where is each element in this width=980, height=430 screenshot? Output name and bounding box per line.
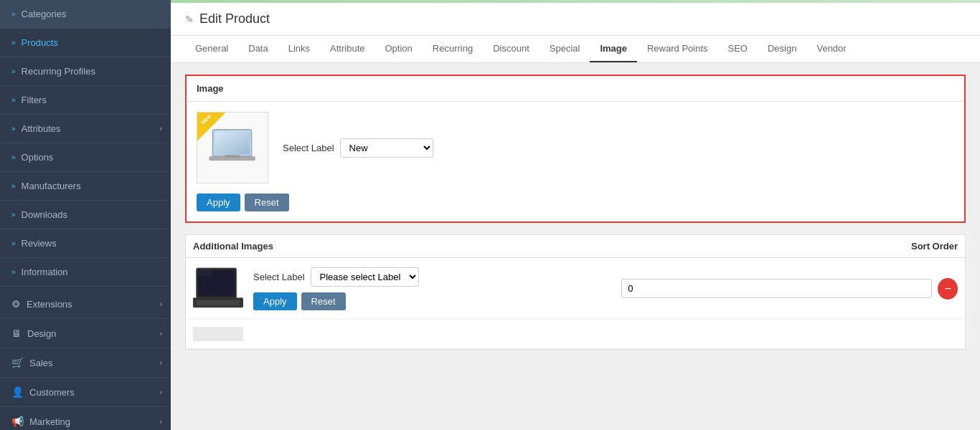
arrow-icon: » [11,125,16,133]
sidebar-item-customers[interactable]: 👤 Customers › [0,378,171,407]
main-product-image[interactable]: New [197,112,268,183]
additional-apply-button[interactable]: Apply [253,292,297,310]
page-header: ✎ Edit Product [171,3,980,36]
sidebar: » Categories » Products » Recurring Prof… [0,0,171,430]
tab-image[interactable]: Image [590,36,637,62]
chevron-right-icon: › [160,125,162,133]
tab-seo[interactable]: SEO [718,36,758,62]
arrow-icon: » [11,153,16,161]
sort-order-input-row: − [621,278,958,300]
sort-order-cell: − [614,258,965,320]
additional-label-select[interactable]: Please select Label New Hot Sale [311,267,419,287]
main-button-row: Apply Reset [197,194,954,211]
sidebar-item-design[interactable]: 🖥 Design › [0,319,171,348]
sidebar-item-label: Design [27,328,56,339]
sidebar-item-recurring-profiles[interactable]: » Recurring Profiles [0,57,171,86]
sidebar-item-label: Categories [22,9,67,19]
sidebar-item-label: Extensions [27,299,72,310]
additional-images-header: Additional Images [186,235,614,258]
sidebar-item-label: Manufacturers [22,181,81,191]
additional-image-cell-2 [186,320,614,349]
arrow-icon: » [11,268,16,276]
sidebar-item-products[interactable]: » Products [0,29,171,57]
delete-row-button[interactable]: − [938,278,958,300]
arrow-icon: » [11,39,16,47]
sidebar-item-label: Customers [29,387,75,398]
sidebar-item-label: Attributes [22,123,61,134]
sidebar-item-downloads[interactable]: » Downloads [0,201,171,229]
select-label-text: Select Label [283,143,334,153]
arrow-icon: » [11,96,16,104]
image-panel-body: New [187,102,964,221]
tab-design[interactable]: Design [758,36,806,62]
main-select-label-row: Select Label New Hot Sale Out of Stock [283,138,433,158]
sidebar-item-options[interactable]: » Options [0,143,171,172]
sort-order-input[interactable] [621,279,932,298]
additional-image-row-2 [186,320,965,349]
tab-general[interactable]: General [185,36,238,62]
sidebar-item-label: Marketing [29,416,70,427]
additional-button-row: Apply Reset [253,292,419,310]
sidebar-item-label: Options [22,152,54,163]
tab-discount[interactable]: Discount [483,36,540,62]
arrow-icon: » [11,10,16,18]
sidebar-item-reviews[interactable]: » Reviews [0,229,171,258]
sidebar-item-marketing[interactable]: 📢 Marketing › [0,407,171,430]
svg-rect-4 [225,155,240,158]
new-badge: New [197,113,226,141]
tab-vendor[interactable]: Vendor [806,36,856,62]
customers-icon: 👤 [11,386,24,398]
sidebar-item-information[interactable]: » Information [0,258,171,287]
tab-links[interactable]: Links [278,36,320,62]
tab-special[interactable]: Special [540,36,590,62]
main-apply-button[interactable]: Apply [197,194,240,211]
sidebar-item-sales[interactable]: 🛒 Sales › [0,348,171,378]
tab-option[interactable]: Option [375,36,423,62]
additional-reset-button[interactable]: Reset [301,292,346,310]
sort-order-cell-2 [614,320,965,349]
additional-select-label-text: Select Label [253,272,305,282]
sidebar-item-categories[interactable]: » Categories [0,0,171,29]
sidebar-item-extensions[interactable]: ⚙ Extensions › [0,290,171,319]
sidebar-item-label: Products [22,37,58,48]
minus-icon: − [945,282,951,295]
additional-images-panel: Additional Images Sort Order [185,234,966,350]
main-reset-button[interactable]: Reset [245,194,289,211]
svg-rect-8 [197,300,240,305]
sidebar-item-label: Recurring Profiles [22,66,95,77]
main-content: ✎ Edit Product General Data Links Attrib… [171,0,980,430]
chevron-right-icon: › [160,418,162,426]
tab-attribute[interactable]: Attribute [320,36,374,62]
additional-laptop-image[interactable] [193,265,243,312]
chevron-right-icon: › [160,388,162,396]
additional-images-table: Additional Images Sort Order [186,235,965,349]
sidebar-item-label: Filters [22,95,47,105]
image-panel: Image New [185,75,966,223]
tab-recurring[interactable]: Recurring [423,36,483,62]
marketing-icon: 📢 [11,416,24,427]
tab-reward-points[interactable]: Reward Points [637,36,718,62]
extensions-icon: ⚙ [11,298,21,310]
sidebar-item-label: Reviews [22,238,57,249]
sidebar-item-label: Sales [29,358,53,368]
content-area: Image New [171,63,980,430]
sidebar-item-manufacturers[interactable]: » Manufacturers [0,172,171,201]
page-title: Edit Product [199,11,270,27]
image-panel-header: Image [187,76,964,102]
additional-select-label-row: Select Label Please select Label New Hot… [253,267,419,287]
chevron-right-icon: › [160,300,162,308]
additional-image-cell: Select Label Please select Label New Hot… [186,258,614,320]
pencil-icon: ✎ [185,14,194,25]
tab-data[interactable]: Data [238,36,278,62]
svg-rect-9 [198,270,212,277]
sidebar-item-label: Downloads [22,209,67,220]
sidebar-item-attributes[interactable]: » Attributes › [0,115,171,143]
tabs-bar: General Data Links Attribute Option Recu… [171,36,980,63]
sort-order-header: Sort Order [614,235,965,258]
arrow-icon: » [11,67,16,75]
main-label-select[interactable]: New Hot Sale Out of Stock [340,138,433,158]
image-section: New [197,112,954,183]
chevron-right-icon: › [160,330,162,338]
sidebar-item-filters[interactable]: » Filters [0,86,171,115]
design-icon: 🖥 [11,328,22,339]
